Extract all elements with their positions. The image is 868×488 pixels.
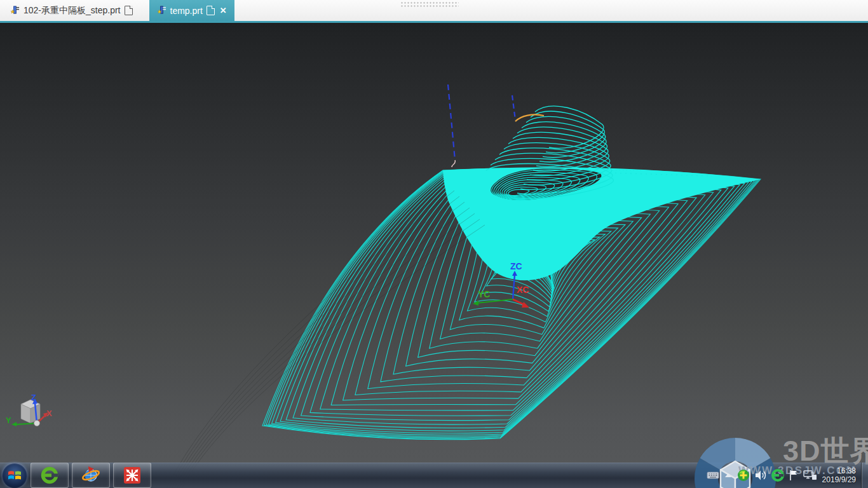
- app-globe[interactable]: [72, 463, 110, 488]
- part-tab-bar: 102-承重中隔板_step.prt temp.prt ✕: [0, 0, 868, 23]
- triad-x-label: X: [46, 409, 52, 418]
- action-center-flag-icon[interactable]: [789, 469, 799, 482]
- keyboard-icon[interactable]: [707, 471, 719, 480]
- tab-part-temp[interactable]: temp.prt ✕: [149, 0, 234, 21]
- triad-z-label: Z: [31, 393, 36, 402]
- green-e-browser-icon: [41, 466, 58, 484]
- start-button[interactable]: [2, 463, 27, 488]
- taskbar-clock[interactable]: 16:38 2019/9/29: [822, 466, 856, 484]
- red-arrows-icon: [123, 466, 141, 484]
- tab-drag-grip[interactable]: [400, 1, 459, 8]
- application-window: 102-承重中隔板_step.prt temp.prt ✕ ZC XC: [0, 0, 868, 488]
- document-edit-icon: [207, 6, 215, 15]
- tab-part-102[interactable]: 102-承重中隔板_step.prt: [3, 0, 140, 21]
- show-desktop-button[interactable]: [861, 463, 868, 488]
- wcs-yc-label: YC: [478, 289, 490, 299]
- 360-safety-icon[interactable]: [737, 469, 750, 482]
- part-icon: [157, 5, 166, 16]
- system-tray: [707, 469, 817, 482]
- hidden-icons-chevron-icon[interactable]: [724, 472, 733, 478]
- e-browser-tray-icon[interactable]: [771, 469, 784, 482]
- toolpath-scene: ZC XC YC Z: [0, 23, 868, 488]
- part-icon: [10, 5, 20, 16]
- wcs-xc-label: XC: [517, 285, 529, 295]
- tab-label: 102-承重中隔板_step.prt: [24, 5, 121, 17]
- clock-time: 16:38: [822, 466, 856, 475]
- tab-label: temp.prt: [170, 6, 203, 16]
- volume-icon[interactable]: [754, 470, 767, 481]
- close-icon[interactable]: ✕: [220, 6, 227, 15]
- rapid-and-engage-moves: [448, 85, 712, 176]
- network-icon[interactable]: [803, 470, 817, 481]
- wcs-zc-label: ZC: [510, 261, 522, 271]
- view-orientation-triad[interactable]: Z X Y: [6, 393, 52, 426]
- globe-swoosh-icon: [81, 466, 100, 485]
- clock-date: 2019/9/29: [822, 475, 856, 484]
- triad-y-label: Y: [6, 416, 11, 425]
- app-360-browser[interactable]: [31, 463, 69, 488]
- windows-flag-icon: [8, 469, 22, 482]
- document-icon: [125, 6, 133, 15]
- app-red-arrows[interactable]: [113, 463, 151, 488]
- graphics-viewport[interactable]: ZC XC YC Z: [0, 23, 868, 488]
